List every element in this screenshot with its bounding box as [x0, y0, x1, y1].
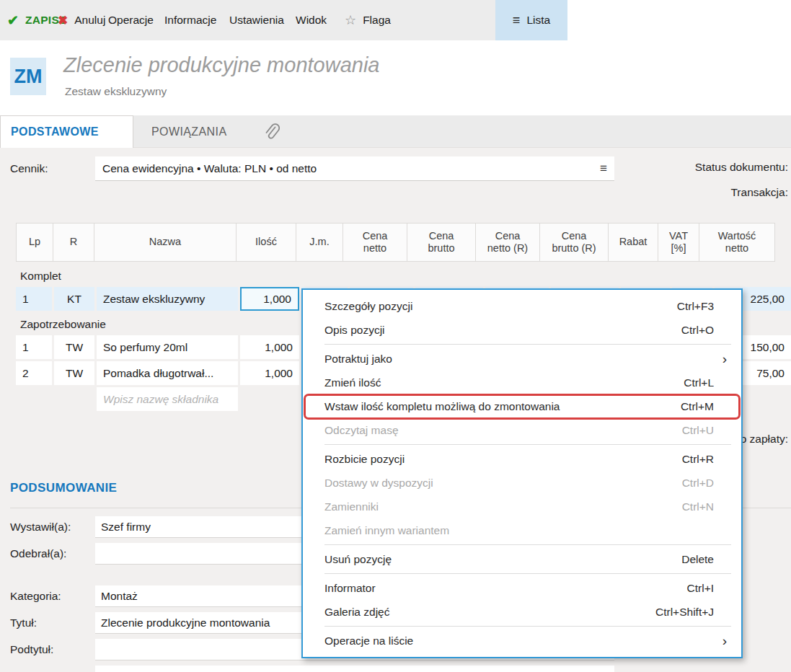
cell-r[interactable]: KT: [54, 287, 94, 311]
cell-nazwa[interactable]: So perfumy 20ml: [97, 335, 238, 359]
menu-item-odczytaj-mase: Odczytaj masę Ctrl+U: [303, 418, 741, 442]
cell-lp[interactable]: 2: [16, 361, 52, 385]
star-icon: ☆: [345, 14, 356, 27]
page-title: Zlecenie produkcyjne montowania: [63, 53, 379, 77]
menu-separator: [324, 573, 731, 574]
tab-podstawowe[interactable]: PODSTAWOWE: [0, 115, 133, 148]
cennik-field-row: Cennik: Cena ewidencyjna • Waluta: PLN •…: [0, 156, 614, 181]
cell-ilosc-selected[interactable]: 1,000: [240, 287, 299, 311]
menu-ustawienia[interactable]: Ustawienia: [229, 0, 284, 40]
operacje-label: Operacje: [108, 14, 154, 27]
flaga-label: Flaga: [363, 14, 391, 27]
document-header: ZM Zlecenie produkcyjne montowania Zesta…: [0, 40, 791, 115]
status-dokumentu-label: Status dokumentu:: [695, 161, 788, 174]
cennik-select[interactable]: Cena ewidencyjna • Waluta: PLN • od nett…: [95, 156, 614, 181]
col-header-wartosc-netto[interactable]: Wartość netto: [699, 224, 774, 261]
col-header-cena-netto[interactable]: Cena netto: [343, 224, 407, 261]
menu-item-dostawy-w-dyspozycji: Dostawy w dyspozycji Ctrl+D: [303, 471, 741, 495]
paperclip-icon[interactable]: [262, 123, 280, 144]
lista-label: Lista: [526, 14, 550, 27]
cell-r[interactable]: TW: [54, 361, 94, 385]
hamburger-icon: ≡: [513, 14, 521, 27]
cell-ilosc[interactable]: 1,000: [240, 361, 299, 385]
tytul-label: Tytuł:: [0, 616, 95, 629]
menu-item-usun-pozycje[interactable]: Usuń pozycję Delete: [303, 547, 741, 571]
menu-item-opis-pozycji[interactable]: Opis pozycji Ctrl+O: [303, 318, 741, 342]
group-row-komplet: Komplet: [16, 265, 791, 287]
cell-r[interactable]: TW: [54, 335, 94, 359]
menu-item-informator[interactable]: Informator Ctrl+I: [303, 576, 741, 600]
col-header-cena-netto-r[interactable]: Cena netto (R): [476, 224, 539, 261]
menu-separator: [324, 544, 731, 545]
cancel-button[interactable]: ✖ Anuluj: [58, 0, 105, 40]
cancel-label: Anuluj: [74, 14, 105, 27]
extra-field[interactable]: [95, 666, 614, 672]
field-menu-icon: ≡: [600, 162, 607, 174]
col-header-rabat[interactable]: Rabat: [609, 224, 658, 261]
menu-item-szczegoly-pozycji[interactable]: Szczegóły pozycji Ctrl+F3: [303, 294, 741, 318]
menu-item-operacje-na-liscie[interactable]: Operacje na liście ›: [303, 629, 741, 653]
tab-bar: PODSTAWOWE POWIĄZANIA: [0, 115, 791, 148]
cell-lp[interactable]: 1: [16, 335, 52, 359]
ustawienia-label: Ustawienia: [229, 14, 284, 27]
cell-nazwa[interactable]: Zestaw ekskluzywny: [97, 287, 238, 311]
cennik-label: Cennik:: [0, 162, 95, 175]
tab-powiazania[interactable]: POWIĄZANIA: [144, 115, 234, 148]
col-header-nazwa[interactable]: Nazwa: [94, 224, 236, 261]
informacje-label: Informacje: [164, 14, 216, 27]
menu-item-galeria-zdjec[interactable]: Galeria zdjęć Ctrl+Shift+J: [303, 600, 741, 624]
cell-ilosc[interactable]: 1,000: [240, 335, 299, 359]
kategoria-label: Kategoria:: [0, 590, 95, 603]
table-header-row: Lp R Nazwa Ilość J.m. Cena netto Cena br…: [16, 223, 775, 262]
menu-separator: [324, 344, 731, 345]
document-type-badge: ZM: [10, 58, 46, 95]
cell-lp[interactable]: 1: [16, 287, 52, 311]
widok-label: Widok: [296, 14, 327, 27]
podtytul-label: Podtytuł:: [0, 643, 95, 656]
new-item-name-input[interactable]: Wpisz nazwę składnika: [97, 387, 238, 411]
odebral-label: Odebrał(a):: [0, 547, 95, 560]
col-header-ilosc[interactable]: Ilość: [237, 224, 296, 261]
summary-heading: PODSUMOWANIE: [10, 481, 117, 495]
lista-button[interactable]: ≡ Lista: [495, 0, 567, 40]
menu-informacje[interactable]: Informacje: [164, 0, 216, 40]
cennik-value: Cena ewidencyjna • Waluta: PLN • od nett…: [102, 162, 600, 175]
flag-button[interactable]: ☆ Flaga: [345, 0, 391, 40]
page-subtitle: Zestaw ekskluzywny: [65, 85, 167, 98]
menu-widok[interactable]: Widok: [296, 0, 327, 40]
check-icon: ✔: [7, 14, 19, 27]
menu-item-zamienniki: Zamienniki Ctrl+N: [303, 495, 741, 518]
col-header-lp[interactable]: Lp: [17, 224, 53, 261]
x-icon: ✖: [58, 14, 68, 27]
menu-item-zamien-innym-wariantem: Zamień innym wariantem: [303, 518, 741, 542]
context-menu: Szczegóły pozycji Ctrl+F3 Opis pozycji C…: [301, 288, 743, 658]
wystawil-label: Wystawił(a):: [0, 521, 95, 534]
col-header-cena-brutto[interactable]: Cena brutto: [407, 224, 475, 261]
menu-item-wstaw-ilosc-kompletu[interactable]: Wstaw ilość kompletu możliwą do zmontowa…: [303, 394, 741, 418]
submenu-arrow-icon: ›: [722, 352, 727, 366]
toolbar: ✔ ZAPISZ ✖ Anuluj Operacje Informacje Us…: [0, 0, 791, 40]
cell-nazwa[interactable]: Pomadka długotrwał...: [97, 361, 238, 385]
menu-operacje[interactable]: Operacje: [108, 0, 154, 40]
col-header-r[interactable]: R: [53, 224, 94, 261]
transakcja-label: Transakcja:: [730, 186, 788, 199]
col-header-cena-brutto-r[interactable]: Cena brutto (R): [540, 224, 608, 261]
col-header-jm[interactable]: J.m.: [296, 224, 343, 261]
document-window: ✔ ZAPISZ ✖ Anuluj Operacje Informacje Us…: [0, 0, 791, 672]
submenu-arrow-icon: ›: [722, 634, 727, 647]
menu-separator: [324, 444, 731, 445]
col-header-vat[interactable]: VAT [%]: [658, 224, 699, 261]
menu-item-rozbicie-pozycji[interactable]: Rozbicie pozycji Ctrl+R: [303, 447, 741, 471]
menu-separator: [324, 626, 731, 627]
menu-item-zmien-ilosc[interactable]: Zmień ilość Ctrl+L: [303, 371, 741, 394]
menu-item-potraktuj-jako[interactable]: Potraktuj jako ›: [303, 347, 741, 371]
